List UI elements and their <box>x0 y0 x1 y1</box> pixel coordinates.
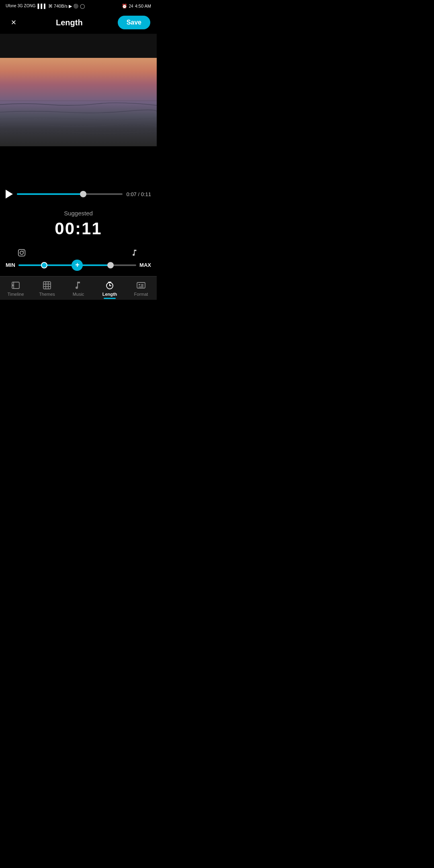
water-ripples <box>0 93 157 146</box>
blocked-icon: ⚫ <box>73 4 79 9</box>
battery-text: 24 <box>129 4 133 8</box>
tab-length-label: Length <box>102 292 117 297</box>
speed-text: 740B/s <box>54 4 68 8</box>
time-display: 0:07 / 0:11 <box>127 191 151 197</box>
svg-rect-11 <box>137 283 145 288</box>
svg-rect-7 <box>43 282 51 289</box>
video-preview <box>0 58 157 146</box>
video-top-spacer <box>0 34 157 58</box>
themes-icon <box>42 280 52 290</box>
tab-themes[interactable]: Themes <box>31 280 63 297</box>
wifi-icon: ⌘ <box>48 4 53 9</box>
tab-length[interactable]: Length <box>94 280 125 297</box>
progress-bar[interactable] <box>17 193 123 195</box>
time-text: 4:50 AM <box>135 4 151 8</box>
playback-section: 0:07 / 0:11 <box>0 186 157 202</box>
suggested-section: Suggested 00:11 <box>0 202 157 242</box>
signal-icon: ▌▌▌ <box>37 4 47 8</box>
timeline-icon <box>11 280 20 290</box>
tab-music-label: Music <box>73 292 84 297</box>
active-indicator <box>104 298 116 299</box>
tab-themes-label: Themes <box>39 292 55 297</box>
status-bar: Ufone 3G ZONG ▌▌▌ ⌘ 740B/s ▶ ⚫ ◯ ⏰ 24 4:… <box>0 0 157 11</box>
svg-point-2 <box>20 251 23 254</box>
status-left: Ufone 3G ZONG ▌▌▌ ⌘ 740B/s ▶ ⚫ ◯ <box>6 4 85 9</box>
instagram-icon <box>18 249 26 259</box>
slider-icons-row <box>6 249 151 259</box>
length-icon <box>105 280 115 290</box>
slider-row: MIN MAX <box>6 262 151 268</box>
alarm-icon: ⏰ <box>122 4 127 9</box>
max-label: MAX <box>139 262 151 268</box>
tab-format-label: Format <box>134 292 148 297</box>
length-fill-left <box>18 264 45 266</box>
format-icon <box>136 280 146 290</box>
svg-point-3 <box>23 250 24 251</box>
video-background <box>0 58 157 146</box>
min-label: MIN <box>6 262 15 268</box>
status-right: ⏰ 24 4:50 AM <box>122 4 151 9</box>
play-button[interactable] <box>6 190 13 199</box>
page-title: Length <box>56 18 83 27</box>
play-store-icon: ▶ <box>69 4 72 9</box>
tab-format[interactable]: Format <box>125 280 157 297</box>
tab-bar: Timeline Themes Music Length <box>0 276 157 300</box>
tab-music[interactable]: Music <box>63 280 94 297</box>
music-icon <box>74 280 83 290</box>
length-slider[interactable] <box>18 264 136 266</box>
tab-timeline-label: Timeline <box>7 292 24 297</box>
suggested-label: Suggested <box>0 210 157 217</box>
carrier-text: Ufone 3G ZONG <box>6 4 35 8</box>
circle-icon: ◯ <box>80 4 85 9</box>
length-thumb-left[interactable] <box>41 262 47 268</box>
music-note-icon <box>131 249 139 259</box>
length-thumb-center[interactable] <box>72 260 83 271</box>
tab-timeline[interactable]: Timeline <box>0 280 31 297</box>
length-slider-section: MIN MAX <box>0 242 157 276</box>
progress-fill <box>17 193 83 195</box>
progress-thumb[interactable] <box>80 191 86 197</box>
playback-row: 0:07 / 0:11 <box>6 186 151 202</box>
save-button[interactable]: Save <box>118 16 150 29</box>
top-nav: × Length Save <box>0 11 157 34</box>
video-bottom-spacer <box>0 146 157 186</box>
svg-rect-12 <box>139 284 140 285</box>
close-button[interactable]: × <box>6 15 21 30</box>
svg-rect-1 <box>18 250 25 256</box>
suggested-time: 00:11 <box>0 219 157 238</box>
length-thumb-right[interactable] <box>107 262 114 268</box>
